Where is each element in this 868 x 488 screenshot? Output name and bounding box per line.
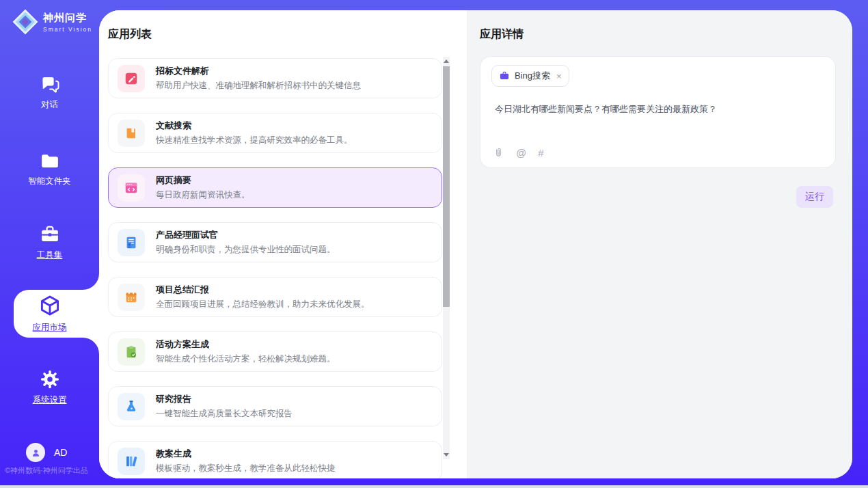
app-description: 快速精准查找学术资源，提高研究效率的必备工具。: [156, 135, 353, 146]
toolbox-icon: [40, 224, 60, 245]
sidebar-item-settings[interactable]: 系统设置: [0, 369, 99, 406]
sidebar-item-label: 对话: [41, 99, 58, 111]
avatar: [26, 443, 45, 462]
app-name: 产品经理面试官: [156, 229, 336, 241]
query-text: 今日湖北有哪些新闻要点？有哪些需要关注的最新政策？: [495, 103, 717, 116]
chat-icon: [40, 74, 60, 94]
scroll-up-icon[interactable]: [444, 59, 449, 63]
brand-name: 神州问学: [43, 12, 92, 25]
webpage-code-icon: [118, 174, 145, 202]
brand-logo: 神州问学 Smart Vision: [12, 9, 92, 35]
sidebar: 神州问学 Smart Vision 对话 智能文件夹 工具集 应: [0, 0, 99, 488]
app-card-list: 招标文件解析 帮助用户快速、准确地理解和解析招标书中的关键信息 文献搜索 快速精…: [108, 58, 442, 478]
cube-icon: [38, 294, 62, 317]
active-nav-curve-bottom: [83, 338, 99, 354]
app-description: 全面回顾项目进展，总结经验教训，助力未来优化发展。: [156, 299, 370, 310]
active-nav-curve-top: [83, 273, 99, 290]
hash-icon[interactable]: #: [538, 147, 543, 159]
literature-book-icon: [118, 120, 145, 147]
query-input[interactable]: Bing搜索 × 今日湖北有哪些新闻要点？有哪些需要关注的最新政策？ @ #: [480, 56, 836, 168]
interview-doc-icon: [118, 229, 145, 256]
bottom-edge-strip: [0, 485, 868, 488]
scroll-down-icon[interactable]: [444, 453, 449, 457]
app-list-title: 应用列表: [108, 27, 152, 42]
app-card-literature-search[interactable]: 文献搜索 快速精准查找学术资源，提高研究效率的必备工具。: [108, 113, 442, 153]
sidebar-item-label: 系统设置: [33, 394, 67, 406]
app-detail-title: 应用详情: [480, 27, 524, 42]
copyright-credit: ©神州数码·神州问学出品: [5, 465, 88, 476]
tag-close-icon[interactable]: ×: [556, 71, 562, 81]
app-name: 研究报告: [156, 393, 293, 405]
app-description: 智能生成个性化活动方案，轻松解决规划难题。: [156, 353, 336, 365]
user-initials: AD: [54, 447, 67, 458]
research-flask-icon: [118, 393, 145, 420]
app-description: 帮助用户快速、准确地理解和解析招标书中的关键信息: [156, 80, 361, 92]
bid-document-icon: [118, 65, 145, 92]
app-card-lesson-plan[interactable]: 教案生成 模板驱动，教案秒生成，教学准备从此轻松快捷: [108, 441, 442, 478]
app-list-scrollbar[interactable]: [443, 57, 450, 459]
paperclip-icon[interactable]: [493, 147, 504, 159]
briefcase-icon: [499, 70, 510, 81]
sidebar-item-label: 应用市场: [33, 322, 67, 334]
app-name: 网页摘要: [156, 174, 250, 187]
app-card-bid-document[interactable]: 招标文件解析 帮助用户快速、准确地理解和解析招标书中的关键信息: [108, 58, 442, 98]
app-name: 活动方案生成: [156, 338, 336, 351]
app-card-event-plan[interactable]: 活动方案生成 智能生成个性化活动方案，轻松解决规划难题。: [108, 331, 442, 372]
lesson-books-icon: [118, 448, 145, 475]
attachment-toolbar: @ #: [493, 147, 544, 159]
main-panel: 应用列表 招标文件解析 帮助用户快速、准确地理解和解析招标书中的关键信息: [99, 10, 852, 478]
app-name: 文献搜索: [156, 120, 353, 132]
sidebar-item-label: 工具集: [37, 249, 63, 261]
plan-clipboard-icon: [118, 338, 145, 366]
diamond-logo-icon: [12, 9, 38, 35]
sidebar-item-label: 智能文件夹: [28, 176, 71, 187]
app-card-project-summary[interactable]: 项目总结汇报 全面回顾项目进展，总结经验教训，助力未来优化发展。: [108, 277, 442, 317]
sidebar-item-app-market[interactable]: 应用市场: [0, 294, 99, 334]
user-account[interactable]: AD: [26, 443, 67, 462]
folder-icon: [40, 150, 60, 171]
app-card-webpage-summary[interactable]: 网页摘要 每日政府新闻资讯快查。: [108, 167, 442, 208]
brand-subtitle: Smart Vision: [43, 26, 92, 33]
app-list-panel: 应用列表 招标文件解析 帮助用户快速、准确地理解和解析招标书中的关键信息: [99, 10, 467, 478]
tool-tag-label: Bing搜索: [515, 70, 550, 82]
gear-icon: [40, 369, 60, 390]
tool-tag-bing-search[interactable]: Bing搜索 ×: [491, 65, 569, 87]
run-button[interactable]: 运行: [796, 186, 833, 208]
sidebar-item-smart-folders[interactable]: 智能文件夹: [0, 150, 99, 187]
app-detail-panel: 应用详情 Bing搜索 × 今日湖北有哪些新闻要点？有哪些需要关注的最新政策？ …: [467, 10, 852, 478]
app-name: 招标文件解析: [156, 65, 361, 77]
app-description: 模板驱动，教案秒生成，教学准备从此轻松快捷: [156, 463, 336, 474]
app-description: 一键智能生成高质量长文本研究报告: [156, 408, 293, 420]
app-name: 教案生成: [156, 448, 336, 460]
sidebar-item-toolset[interactable]: 工具集: [0, 224, 99, 261]
app-card-research-report[interactable]: 研究报告 一键智能生成高质量长文本研究报告: [108, 386, 442, 426]
mention-icon[interactable]: @: [516, 147, 526, 159]
app-description: 每日政府新闻资讯快查。: [156, 189, 250, 201]
app-description: 明确身份和职责，为您提供专业性的面试问题。: [156, 244, 336, 256]
summary-board-icon: [118, 284, 145, 311]
app-name: 项目总结汇报: [156, 284, 370, 296]
scrollbar-thumb[interactable]: [443, 66, 450, 307]
person-icon: [30, 447, 42, 459]
sidebar-item-chat[interactable]: 对话: [0, 74, 99, 111]
app-card-pm-interviewer[interactable]: 产品经理面试官 明确身份和职责，为您提供专业性的面试问题。: [108, 222, 442, 262]
